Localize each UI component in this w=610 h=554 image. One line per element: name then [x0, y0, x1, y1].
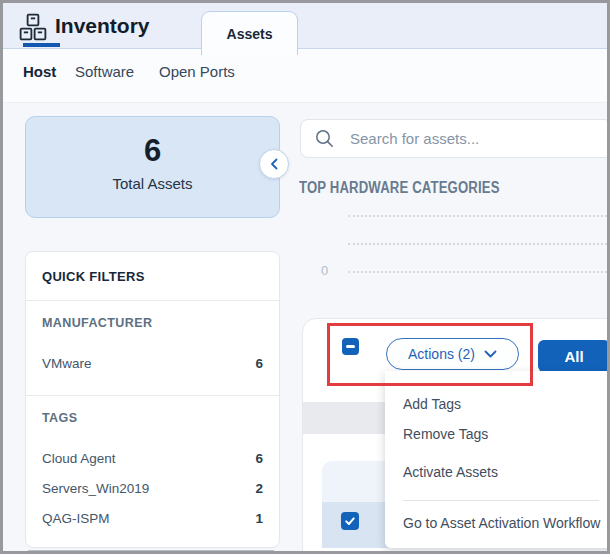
horizontal-scrollbar[interactable] [27, 550, 275, 554]
filter-group-manufacturer: MANUFACTURER [42, 316, 152, 330]
inventory-icon [19, 13, 47, 41]
filter-item-servers-win2019[interactable]: Servers_Win2019 2 [42, 479, 263, 497]
filter-label: Servers_Win2019 [42, 481, 149, 496]
filter-label: QAG-ISPM [42, 511, 110, 526]
app-window: Inventory Assets Host Software Open Port… [0, 0, 610, 554]
filter-count: 1 [255, 511, 263, 526]
filter-label: Cloud Agent [42, 451, 116, 466]
filter-label: VMware [42, 356, 92, 371]
active-nav-underline [23, 43, 60, 47]
total-assets-count: 6 [26, 133, 279, 169]
quick-filters-panel: QUICK FILTERS MANUFACTURER VMware 6 TAGS… [25, 251, 280, 548]
check-icon [344, 515, 356, 527]
filter-item-cloud-agent[interactable]: Cloud Agent 6 [42, 449, 263, 467]
chart-gridline [348, 215, 607, 217]
total-assets-card[interactable]: 6 Total Assets [25, 116, 280, 218]
search-input[interactable] [350, 130, 580, 147]
menu-item-add-tags[interactable]: Add Tags [403, 396, 461, 416]
menu-item-go-to-asset-activation-workflow[interactable]: Go to Asset Activation Workflow [403, 515, 600, 535]
menu-item-activate-assets[interactable]: Activate Assets [403, 464, 498, 484]
filter-count: 6 [255, 451, 263, 466]
hardware-chart-title: TOP HARDWARE CATEGORIES [299, 179, 500, 197]
chart-gridline [348, 243, 607, 245]
tab-assets[interactable]: Assets [201, 11, 298, 55]
search-icon [315, 129, 334, 148]
chevron-left-icon [270, 158, 279, 170]
menu-item-remove-tags[interactable]: Remove Tags [403, 426, 488, 446]
collapse-panel-button[interactable] [259, 149, 289, 179]
chart-y-tick: 0 [321, 263, 328, 278]
actions-dropdown-button[interactable]: Actions (2) [386, 338, 519, 370]
nav-item-host[interactable]: Host [23, 63, 56, 80]
chart-gridline [348, 271, 607, 273]
divider [26, 300, 279, 301]
select-all-checkbox-indeterminate[interactable] [342, 338, 359, 355]
row-checkbox-checked[interactable] [341, 512, 359, 530]
total-assets-label: Total Assets [26, 175, 279, 192]
actions-menu: Add Tags Remove Tags Activate Assets Go … [385, 371, 610, 548]
nav-item-open-ports[interactable]: Open Ports [159, 63, 235, 80]
nav-item-software[interactable]: Software [75, 63, 134, 80]
minus-icon [346, 345, 355, 348]
all-button[interactable]: All [538, 340, 610, 372]
filter-group-tags: TAGS [42, 411, 77, 425]
filter-count: 2 [255, 481, 263, 496]
menu-divider [403, 500, 599, 501]
filter-item-qag-ispm[interactable]: QAG-ISPM 1 [42, 509, 263, 527]
filter-item-vmware[interactable]: VMware 6 [42, 354, 263, 372]
actions-button-label: Actions (2) [408, 346, 475, 362]
quick-filters-title: QUICK FILTERS [42, 269, 145, 284]
asset-search-box [300, 119, 610, 158]
page-title: Inventory [55, 14, 150, 38]
divider [26, 395, 279, 396]
chevron-down-icon [484, 350, 497, 358]
filter-count: 6 [255, 356, 263, 371]
